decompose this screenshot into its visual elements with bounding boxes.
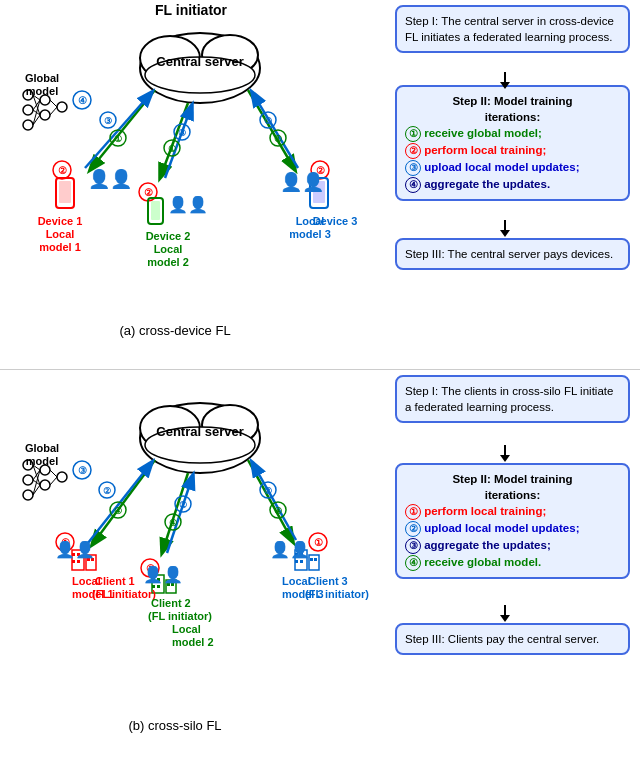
svg-point-71 [140, 406, 200, 450]
svg-text:③: ③ [264, 116, 272, 126]
bottom-step2-4: ④ receive global model. [405, 554, 620, 571]
svg-point-101 [165, 514, 181, 530]
svg-rect-131 [295, 550, 307, 570]
svg-point-33 [174, 124, 190, 140]
svg-point-3 [145, 57, 255, 93]
svg-line-91 [92, 460, 155, 545]
bottom-step2-3: ③ aggregate the updates; [405, 537, 620, 554]
svg-text:model 2: model 2 [147, 256, 189, 268]
svg-point-29 [100, 112, 116, 128]
svg-point-80 [57, 472, 67, 482]
svg-text:Global: Global [25, 442, 59, 454]
svg-point-99 [99, 482, 115, 498]
svg-line-85 [33, 470, 40, 495]
svg-text:①: ① [168, 144, 176, 154]
svg-text:②: ② [144, 187, 153, 198]
svg-point-8 [40, 95, 50, 105]
svg-point-72 [202, 405, 258, 445]
fl-initiator-label: FL initiator [155, 2, 227, 18]
svg-point-6 [23, 105, 33, 115]
svg-rect-51 [310, 178, 328, 208]
svg-text:model 3: model 3 [289, 228, 331, 240]
svg-line-17 [50, 100, 57, 107]
svg-rect-125 [157, 578, 160, 581]
svg-rect-128 [166, 580, 176, 593]
top-step2-box: Step II: Model trainingiterations: ① rec… [395, 85, 630, 201]
svg-rect-117 [77, 553, 80, 556]
svg-point-78 [40, 465, 50, 475]
svg-rect-46 [59, 181, 71, 203]
svg-rect-48 [148, 198, 163, 224]
svg-rect-118 [72, 560, 75, 563]
svg-text:👤👤: 👤👤 [168, 195, 208, 214]
top-step1-box: Step I: The central server in cross-devi… [395, 5, 630, 53]
svg-text:Device 3: Device 3 [313, 215, 358, 227]
top-step2-3: ③ upload local model updates; [405, 159, 620, 176]
svg-point-97 [110, 502, 126, 518]
svg-point-7 [23, 120, 33, 130]
svg-rect-115 [72, 550, 84, 570]
bottom-arrow2 [490, 605, 520, 623]
svg-rect-130 [171, 583, 174, 586]
bottom-step1-text: Step I: The clients in cross-silo FL ini… [405, 385, 613, 413]
svg-rect-121 [87, 558, 90, 561]
svg-point-0 [140, 33, 260, 103]
svg-text:Central server: Central server [156, 424, 243, 439]
svg-point-41 [139, 183, 157, 201]
svg-point-73 [145, 427, 255, 463]
svg-text:④: ④ [274, 506, 282, 516]
svg-text:Local: Local [296, 215, 325, 227]
svg-text:Local: Local [172, 623, 201, 635]
bottom-step2-box: Step II: Model trainingiterations: ① per… [395, 463, 630, 579]
svg-point-103 [175, 496, 191, 512]
svg-point-37 [260, 112, 276, 128]
svg-line-16 [33, 115, 40, 125]
bottom-step3-box: Step III: Clients pay the central server… [395, 623, 630, 655]
svg-text:①: ① [314, 537, 323, 548]
svg-text:④: ④ [169, 518, 177, 528]
svg-text:(FL initiator): (FL initiator) [305, 588, 369, 600]
svg-text:(FL initiator): (FL initiator) [92, 588, 156, 600]
svg-point-31 [164, 140, 180, 156]
svg-line-14 [33, 110, 40, 115]
svg-rect-129 [167, 583, 170, 586]
svg-text:①: ① [274, 134, 282, 144]
svg-point-35 [270, 130, 286, 146]
top-step3-text: Step III: The central server pays device… [405, 248, 613, 260]
top-step2-1: ① receive global model; [405, 125, 620, 142]
svg-marker-158 [500, 455, 510, 462]
svg-text:model 1: model 1 [72, 588, 114, 600]
svg-text:②: ② [58, 165, 67, 176]
svg-line-95 [248, 460, 293, 542]
svg-point-89 [73, 461, 91, 479]
svg-text:👤👤: 👤👤 [88, 168, 133, 190]
svg-text:👤👤: 👤👤 [143, 565, 183, 584]
svg-rect-119 [77, 560, 80, 563]
top-arrow2 [490, 220, 520, 238]
bottom-step2-title: Step II: Model trainingiterations: [405, 471, 620, 503]
svg-line-88 [50, 477, 57, 485]
svg-line-83 [33, 470, 40, 480]
svg-text:Local: Local [72, 575, 101, 587]
svg-line-82 [33, 465, 40, 485]
top-half: FL initiator Central server [0, 0, 640, 370]
svg-rect-136 [309, 555, 319, 570]
svg-text:③: ③ [178, 128, 186, 138]
svg-text:Local: Local [282, 575, 311, 587]
svg-text:②: ② [179, 500, 187, 510]
svg-rect-123 [152, 575, 164, 593]
svg-point-43 [311, 161, 329, 179]
svg-line-86 [33, 485, 40, 495]
svg-line-81 [33, 465, 40, 470]
svg-line-15 [33, 100, 40, 125]
bottom-step2-2: ② upload local model updates; [405, 520, 620, 537]
bottom-step3-text: Step III: Clients pay the central server… [405, 633, 599, 645]
svg-rect-135 [300, 560, 303, 563]
svg-rect-124 [152, 578, 155, 581]
svg-line-12 [33, 95, 40, 115]
svg-point-75 [23, 460, 33, 470]
svg-point-39 [53, 161, 71, 179]
svg-text:①: ① [61, 537, 70, 548]
svg-text:Client 3: Client 3 [308, 575, 348, 587]
svg-marker-69 [500, 230, 510, 237]
